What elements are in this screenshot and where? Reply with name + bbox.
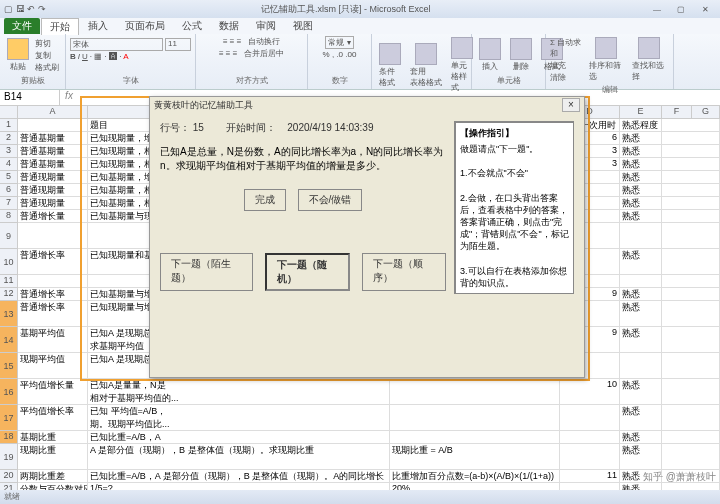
tab-layout[interactable]: 页面布局 <box>117 18 173 34</box>
paste-button[interactable]: 粘贴 <box>4 37 32 73</box>
next-random-button[interactable]: 下一题（随机） <box>265 253 351 291</box>
copy-button[interactable]: 复制 <box>35 50 59 61</box>
cond-format-button[interactable]: 条件格式 <box>376 42 404 89</box>
table-format-button[interactable]: 套用 表格格式 <box>407 42 445 89</box>
tab-formulas[interactable]: 公式 <box>174 18 210 34</box>
tab-home[interactable]: 开始 <box>41 18 79 35</box>
find-button[interactable]: 查找和选择 <box>629 36 669 83</box>
next-sequential-button[interactable]: 下一题（顺序） <box>362 253 446 291</box>
insert-button[interactable]: 插入 <box>476 37 504 73</box>
tab-file[interactable]: 文件 <box>4 18 40 34</box>
next-unfamiliar-button[interactable]: 下一题（陌生题） <box>160 253 253 291</box>
delete-button[interactable]: 删除 <box>507 37 535 73</box>
window-title: 记忆辅助工具.xlsm [只读] - Microsoft Excel <box>46 3 646 16</box>
watermark: 知乎 @萧萧枝叶 <box>643 470 716 484</box>
tab-view[interactable]: 视图 <box>285 18 321 34</box>
clipboard-label: 剪贴板 <box>4 74 61 87</box>
tab-review[interactable]: 审阅 <box>248 18 284 34</box>
dialog-close-button[interactable]: × <box>562 98 580 112</box>
brush-button[interactable]: 格式刷 <box>35 62 59 73</box>
close-button[interactable]: ✕ <box>694 3 716 15</box>
ribbon: 粘贴 剪切 复制 格式刷 剪贴板 宋体11 B I U · ▦ · 🅰 · A … <box>0 34 720 90</box>
done-button[interactable]: 完成 <box>244 189 286 211</box>
align-label: 对齐方式 <box>200 74 303 87</box>
number-label: 数字 <box>312 74 367 87</box>
ribbon-tabs: 文件 开始 插入 页面布局 公式 数据 审阅 视图 <box>0 18 720 34</box>
name-box[interactable]: B14 <box>0 90 60 105</box>
sort-button[interactable]: 排序和筛选 <box>586 36 626 83</box>
qat: ▢ 🖫 ↶ ↷ <box>4 4 46 14</box>
maximize-button[interactable]: ▢ <box>670 3 692 15</box>
wrong-button[interactable]: 不会/做错 <box>298 189 363 211</box>
sum-button[interactable]: Σ 自动求和 <box>550 37 583 59</box>
dialog-title: 黄黄枝叶的记忆辅助工具 <box>154 99 253 112</box>
clear-button[interactable]: 清除 <box>550 72 583 83</box>
row-headers: 1234567891011121314151617181920212223242… <box>0 106 18 490</box>
tab-insert[interactable]: 插入 <box>80 18 116 34</box>
cut-button[interactable]: 剪切 <box>35 38 59 49</box>
fill-button[interactable]: 填充 <box>550 60 583 71</box>
cells-label: 单元格 <box>476 74 541 87</box>
fx-icon[interactable]: fx <box>60 90 78 105</box>
title-bar: ▢ 🖫 ↶ ↷ 记忆辅助工具.xlsm [只读] - Microsoft Exc… <box>0 0 720 18</box>
tab-data[interactable]: 数据 <box>211 18 247 34</box>
font-label: 字体 <box>70 74 191 87</box>
question-text: 已知A是总量，N是份数，A的同比增长率为a，N的同比增长率为n。求现期平均值相对… <box>160 145 446 173</box>
dialog: 黄黄枝叶的记忆辅助工具 × 行号： 15 开始时间： 2020/4/19 14:… <box>149 96 585 378</box>
minimize-button[interactable]: — <box>646 3 668 15</box>
guide-panel: 【操作指引】 做题请点"下一题"。 1.不会就点"不会" 2.会做，在口头背出答… <box>454 121 574 294</box>
status-bar: 就绪 <box>0 490 720 504</box>
